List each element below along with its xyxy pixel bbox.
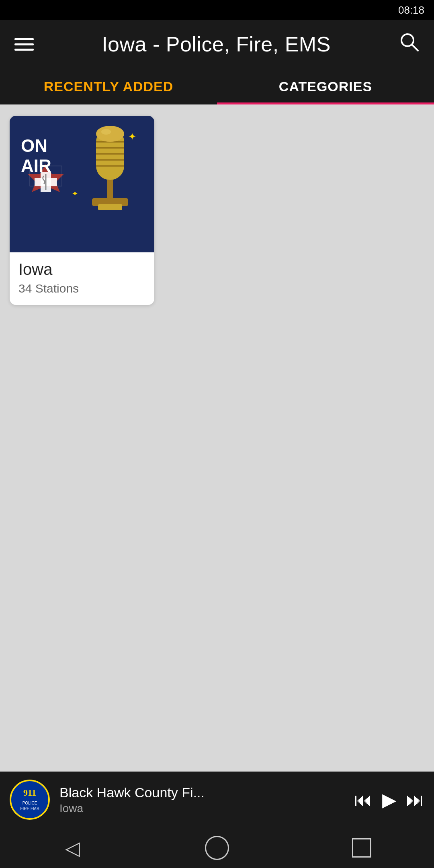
- svg-text:AIR: AIR: [21, 156, 51, 176]
- fast-forward-button[interactable]: ⏭: [406, 789, 424, 811]
- recent-apps-button[interactable]: [346, 832, 378, 864]
- card-name: Iowa: [18, 260, 145, 278]
- tab-bar: RECENTLY ADDED CATEGORIES: [0, 68, 434, 104]
- svg-point-20: [96, 126, 124, 142]
- status-time: 08:18: [398, 4, 424, 16]
- svg-text:POLICE: POLICE: [23, 801, 37, 805]
- now-playing-thumbnail[interactable]: 911 POLICE FIRE EMS: [10, 780, 50, 820]
- tab-categories[interactable]: CATEGORIES: [217, 68, 434, 104]
- svg-text:ON: ON: [21, 136, 47, 156]
- svg-line-1: [412, 45, 418, 51]
- category-card-iowa[interactable]: ON AIR: [10, 116, 154, 305]
- status-bar: 08:18: [0, 0, 434, 20]
- playback-controls: ⏮ ▶ ⏭: [354, 789, 424, 811]
- card-image: ON AIR: [10, 116, 154, 252]
- back-button[interactable]: ◁: [56, 832, 88, 864]
- svg-rect-19: [98, 204, 122, 210]
- nav-bar: ◁: [0, 828, 434, 868]
- svg-point-24: [10, 780, 49, 819]
- content-area: ON AIR: [0, 104, 434, 772]
- app-bar: Iowa - Police, Fire, EMS: [0, 20, 434, 68]
- card-station-count: 34 Stations: [18, 282, 145, 295]
- now-playing-info: Black Hawk County Fi... Iowa: [59, 785, 344, 815]
- tab-recently-added[interactable]: RECENTLY ADDED: [0, 68, 217, 104]
- rewind-button[interactable]: ⏮: [354, 789, 373, 811]
- svg-point-21: [101, 129, 111, 135]
- home-button[interactable]: [201, 832, 233, 864]
- page-title: Iowa - Police, Fire, EMS: [102, 32, 331, 56]
- now-playing-subtitle: Iowa: [59, 802, 344, 815]
- play-button[interactable]: ▶: [382, 789, 396, 811]
- svg-text:FIRE EMS: FIRE EMS: [20, 807, 39, 811]
- card-info: Iowa 34 Stations: [10, 252, 154, 305]
- search-icon[interactable]: [399, 31, 420, 57]
- now-playing-title: Black Hawk County Fi...: [59, 785, 344, 800]
- now-playing-bar: 911 POLICE FIRE EMS Black Hawk County Fi…: [0, 772, 434, 828]
- svg-rect-17: [107, 180, 113, 200]
- svg-text:911: 911: [23, 788, 36, 798]
- svg-text:✦: ✦: [72, 190, 78, 198]
- menu-icon[interactable]: [14, 38, 34, 51]
- svg-text:✦: ✦: [128, 131, 136, 142]
